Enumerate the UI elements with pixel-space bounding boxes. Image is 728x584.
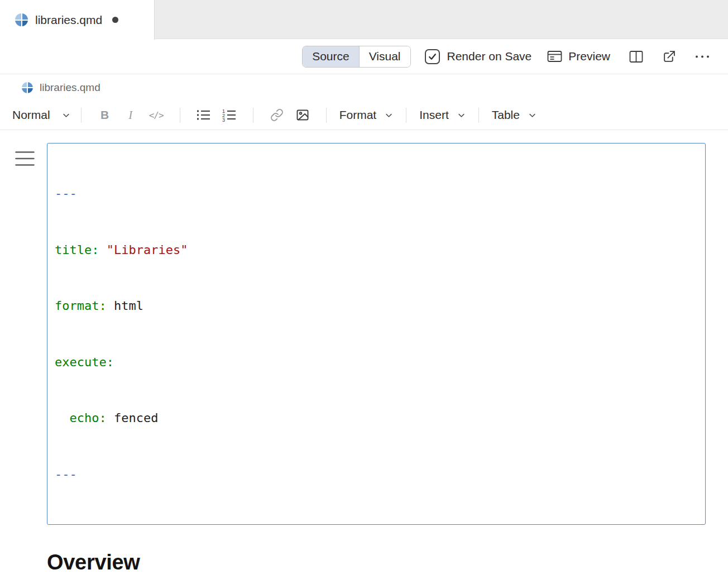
outline-toggle-button[interactable]	[15, 151, 35, 169]
bold-button[interactable]: B	[92, 108, 118, 122]
tab-bar: libraries.qmd	[0, 0, 728, 39]
open-external-button[interactable]	[662, 50, 676, 64]
formatting-toolbar: Normal B I </> 1 2 3	[0, 100, 728, 130]
editor-toolbar: Source Visual Render on Save Preview	[0, 39, 728, 74]
visual-editor-surface[interactable]: --- title: "Libraries" format: html exec…	[0, 130, 728, 584]
bold-icon: B	[100, 108, 109, 122]
chevron-down-icon	[457, 111, 466, 119]
chevron-down-icon	[62, 111, 70, 119]
quarto-icon	[15, 13, 28, 26]
code-button[interactable]: </>	[143, 110, 169, 121]
yaml-line: ---	[55, 465, 698, 484]
check-icon	[428, 52, 437, 61]
source-mode-button[interactable]: Source	[303, 46, 360, 67]
image-icon	[295, 108, 310, 122]
link-button[interactable]	[264, 108, 290, 122]
numbered-list-button[interactable]: 1 2 3	[217, 108, 242, 122]
yaml-line: echo: fenced	[55, 409, 698, 428]
image-button[interactable]	[290, 108, 315, 122]
doc-heading-overview: Overview	[47, 551, 706, 574]
yaml-string-value: "Libraries"	[107, 243, 188, 257]
yaml-value: html	[114, 299, 143, 313]
split-editor-button[interactable]	[629, 50, 643, 63]
toolbar-divider	[253, 108, 253, 123]
table-menu[interactable]: Table	[490, 108, 539, 122]
yaml-key: echo:	[55, 411, 107, 425]
insert-menu[interactable]: Insert	[417, 108, 468, 122]
numbered-list-icon: 1 2 3	[222, 108, 237, 122]
yaml-space	[99, 243, 106, 257]
render-on-save-label: Render on Save	[447, 50, 532, 63]
italic-icon: I	[128, 108, 132, 122]
preview-label: Preview	[568, 50, 610, 63]
unsaved-dot-icon	[112, 17, 118, 23]
more-actions-button[interactable]	[695, 55, 710, 59]
yaml-space	[107, 411, 114, 425]
code-icon: </>	[149, 110, 164, 121]
mode-toggle: Source Visual	[302, 46, 410, 68]
preview-button[interactable]: Preview	[547, 50, 610, 63]
visual-mode-button[interactable]: Visual	[360, 46, 410, 67]
preview-icon	[547, 50, 562, 63]
svg-text:3: 3	[222, 117, 225, 122]
bulleted-list-button[interactable]	[191, 108, 217, 122]
yaml-line: format: html	[55, 296, 698, 315]
chevron-down-icon	[385, 111, 393, 119]
yaml-front-matter-block[interactable]: --- title: "Libraries" format: html exec…	[47, 143, 706, 525]
ellipsis-icon	[695, 55, 710, 59]
bulleted-list-icon	[196, 108, 211, 122]
open-external-icon	[662, 50, 676, 64]
paragraph-style-value: Normal	[12, 108, 50, 122]
hamburger-icon	[15, 151, 35, 167]
yaml-line: ---	[55, 184, 698, 203]
link-icon	[270, 108, 284, 122]
render-on-save: Render on Save	[425, 49, 532, 64]
yaml-space	[107, 299, 114, 313]
yaml-line: title: "Libraries"	[55, 241, 698, 260]
yaml-value: fenced	[114, 411, 158, 425]
yaml-key: format:	[55, 299, 107, 313]
toolbar-divider	[81, 108, 82, 123]
breadcrumb-filename[interactable]: libraries.qmd	[40, 82, 100, 94]
yaml-line: execute:	[55, 353, 698, 372]
yaml-key: title:	[55, 243, 99, 257]
chevron-down-icon	[528, 111, 537, 119]
yaml-delimiter: ---	[55, 186, 77, 200]
toolbar-divider	[406, 108, 406, 123]
toolbar-divider	[326, 108, 327, 123]
tab-title: libraries.qmd	[35, 13, 102, 27]
format-menu[interactable]: Format	[337, 108, 396, 122]
tab-libraries-qmd[interactable]: libraries.qmd	[0, 0, 155, 40]
italic-button[interactable]: I	[118, 108, 143, 122]
toolbar-divider	[180, 108, 180, 123]
yaml-delimiter: ---	[55, 467, 77, 481]
split-editor-icon	[629, 50, 643, 63]
paragraph-style-dropdown[interactable]: Normal	[12, 108, 70, 122]
format-menu-label: Format	[339, 108, 377, 122]
table-menu-label: Table	[492, 108, 520, 122]
insert-menu-label: Insert	[419, 108, 449, 122]
render-on-save-checkbox[interactable]	[425, 49, 440, 64]
quarto-file-icon	[22, 82, 33, 93]
toolbar-divider	[478, 108, 479, 123]
yaml-key: execute:	[55, 355, 114, 369]
breadcrumb: libraries.qmd	[0, 74, 728, 100]
